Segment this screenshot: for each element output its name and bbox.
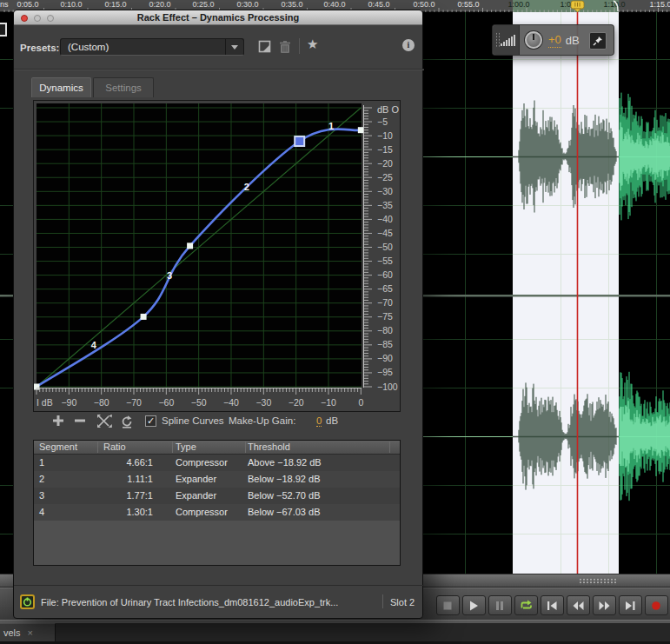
y-axis-tick-label: −85 (377, 339, 393, 349)
x-axis-tick-label: −40 (223, 397, 239, 408)
column-separator[interactable] (172, 442, 173, 453)
curve-point[interactable] (358, 127, 364, 133)
table-row[interactable]: 14.66:1CompressorAbove −18.92 dB (34, 455, 400, 471)
column-separator[interactable] (97, 442, 98, 453)
y-axis-tick-label: −40 (377, 214, 393, 224)
column-header[interactable]: Ratio (103, 442, 126, 452)
fast-forward-icon (598, 600, 611, 612)
go-to-end-button[interactable] (619, 595, 642, 615)
y-axis-title: dB O (377, 104, 400, 115)
curve-point-selected[interactable] (295, 136, 304, 146)
table-cell: 2 (39, 474, 44, 484)
x-axis-tick-label: −20 (289, 397, 304, 408)
pause-icon (494, 600, 507, 612)
stop-icon (441, 600, 454, 612)
table-cell: Above −18.92 dB (248, 457, 322, 468)
y-axis-tick-label: −100 (377, 382, 398, 392)
invert-curve-button[interactable] (97, 415, 112, 428)
file-name-label: File: Prevention of Urinary Tract Infect… (41, 597, 380, 607)
hud-drag-handle[interactable] (493, 25, 520, 55)
y-axis-tick-label: −80 (377, 325, 393, 335)
waveform-selection[interactable] (513, 12, 619, 574)
power-icon (23, 597, 32, 607)
dropdown-arrow-button[interactable] (225, 39, 243, 55)
table-cell: 1.30:1 (97, 507, 153, 517)
levels-panel-tab[interactable]: vels × (0, 623, 56, 641)
makeup-gain-unit: dB (326, 415, 338, 426)
play-button[interactable] (462, 595, 486, 615)
curve-toolbar: ✓ Spline Curves Make-Up Gain: 0 dB (33, 415, 401, 430)
makeup-gain-value[interactable]: 0 (316, 415, 322, 427)
record-button[interactable] (645, 595, 668, 615)
x-axis-tick-label: −30 (255, 397, 271, 408)
pause-button[interactable] (488, 595, 512, 615)
y-axis-tick-label: −50 (377, 242, 393, 252)
spline-curves-checkbox[interactable]: ✓ (145, 415, 156, 427)
curve-point[interactable] (187, 242, 193, 249)
y-axis-tick-label: −10 (377, 130, 393, 141)
column-header[interactable]: Threshold (248, 442, 290, 452)
remove-point-button[interactable] (74, 415, 86, 427)
loop-icon (520, 600, 533, 612)
volume-bars-icon (500, 33, 517, 47)
tab-dynamics[interactable]: Dynamics (31, 77, 91, 97)
go-to-end-icon (624, 600, 637, 612)
column-separator[interactable] (245, 442, 246, 453)
delete-preset-button[interactable] (278, 40, 292, 54)
table-row[interactable]: 21.11:1ExpanderBelow −18.92 dB (34, 471, 400, 488)
info-icon[interactable]: i (402, 39, 415, 51)
tab-settings[interactable]: Settings (93, 77, 154, 97)
y-axis-tick-label: −5 (377, 116, 388, 127)
panel-bar-divider (0, 620, 670, 623)
loop-button[interactable] (514, 595, 538, 615)
column-header[interactable]: Type (176, 442, 196, 452)
footer-divider (14, 585, 424, 586)
dialog-title: Rack Effect – Dynamics Processing (14, 12, 422, 23)
chevron-down-icon (231, 45, 238, 50)
pin-hud-button[interactable] (589, 32, 607, 50)
effect-power-button[interactable] (20, 594, 35, 609)
reset-curve-button[interactable] (120, 415, 134, 428)
table-cell: Below −18.92 dB (248, 474, 320, 484)
dynamics-curve-graph[interactable]: 1234−5−10−15−20−25−30−35−40−45−50−55−60−… (33, 100, 401, 412)
preset-value: (Custom) (68, 42, 109, 52)
stop-button[interactable] (436, 595, 460, 615)
toolbar-separator (299, 38, 300, 54)
table-cell: 1 (39, 457, 44, 468)
x-axis-tick-label: −60 (158, 397, 174, 408)
dynamics-processing-dialog: Rack Effect – Dynamics Processing Preset… (13, 10, 423, 619)
table-cell: Compressor (176, 507, 228, 517)
table-cell: Expander (176, 490, 216, 501)
panel-tab-close-icon[interactable]: × (28, 627, 33, 638)
save-preset-button[interactable] (258, 40, 271, 53)
volume-hud[interactable]: +0 dB (492, 24, 614, 56)
gain-value[interactable]: +0 (548, 33, 561, 48)
table-cell: Compressor (176, 457, 228, 468)
curve-point[interactable] (141, 314, 147, 320)
add-point-button[interactable] (52, 415, 64, 427)
segment-number-label: 2 (244, 182, 249, 192)
header-divider (14, 69, 424, 70)
dialog-titlebar[interactable]: Rack Effect – Dynamics Processing (14, 10, 422, 25)
footer-separator (382, 594, 383, 608)
favorite-star-icon[interactable]: ★ (307, 37, 318, 52)
x-axis-tick-label: −50 (191, 397, 207, 408)
scrollbar-grip[interactable] (579, 578, 617, 585)
gain-knob[interactable] (525, 31, 542, 49)
column-separator[interactable] (389, 442, 390, 453)
y-axis-tick-label: −45 (377, 228, 393, 238)
y-axis-tick-label: −25 (377, 172, 393, 183)
play-icon (468, 600, 481, 612)
spline-curves-label: Spline Curves (162, 415, 224, 426)
table-row[interactable]: 41.30:1CompressorBelow −67.03 dB (34, 504, 400, 521)
column-header[interactable]: Segment (39, 442, 77, 452)
record-icon (650, 600, 663, 612)
table-row[interactable]: 31.77:1ExpanderBelow −52.70 dB (34, 488, 400, 504)
y-axis-tick-label: −30 (377, 186, 393, 196)
go-to-start-button[interactable] (541, 595, 564, 615)
fast-forward-button[interactable] (593, 595, 616, 615)
rewind-button[interactable] (567, 595, 590, 615)
segment-number-label: 1 (328, 121, 334, 131)
presets-dropdown[interactable]: (Custom) (60, 38, 244, 56)
table-cell: 4.66:1 (97, 457, 153, 468)
